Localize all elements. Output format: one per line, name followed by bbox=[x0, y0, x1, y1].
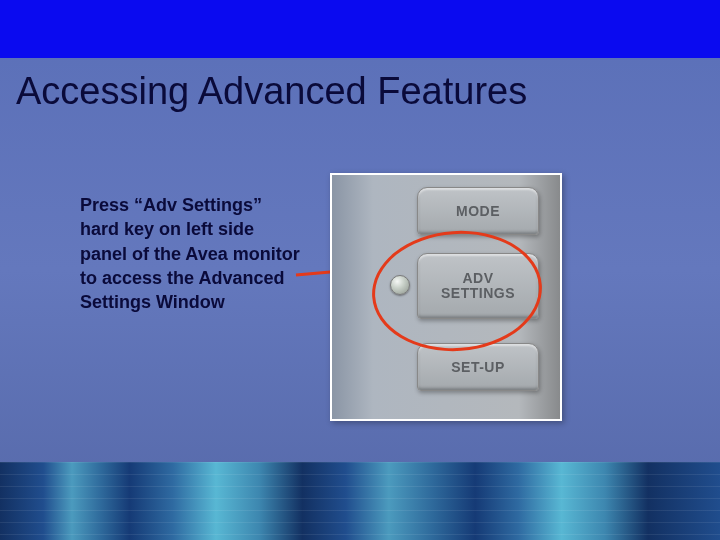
mode-button: MODE bbox=[417, 187, 539, 235]
instruction-text: Press “Adv Settings” hard key on left si… bbox=[80, 173, 300, 314]
device-photo: MODE ADV SETTINGS SET-UP bbox=[330, 173, 562, 421]
adv-button-label-line2: SETTINGS bbox=[441, 286, 515, 301]
footer-decoration-overlay bbox=[0, 462, 720, 540]
setup-button-label: SET-UP bbox=[451, 360, 505, 375]
adv-button-label-line1: ADV bbox=[462, 271, 493, 286]
content-area: Press “Adv Settings” hard key on left si… bbox=[0, 113, 720, 421]
indicator-led bbox=[390, 275, 410, 295]
adv-settings-button: ADV SETTINGS bbox=[417, 253, 539, 319]
slide-title: Accessing Advanced Features bbox=[0, 58, 720, 113]
setup-button: SET-UP bbox=[417, 343, 539, 391]
top-bar bbox=[0, 0, 720, 58]
mode-button-label: MODE bbox=[456, 204, 500, 219]
